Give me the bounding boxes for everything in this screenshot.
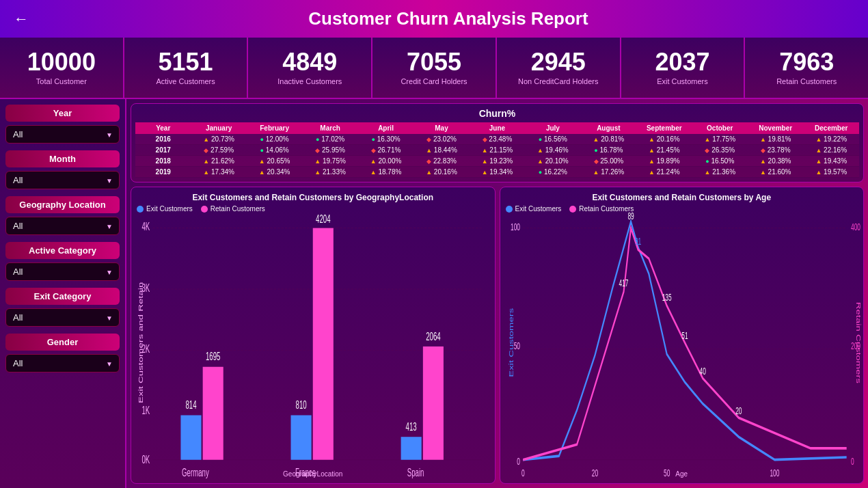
churn-cell-2019-3: ▲ 18.78%	[358, 167, 413, 178]
filter-label-active-category: Active Category	[5, 242, 120, 259]
churn-header-june: June	[470, 122, 525, 134]
filter-select-wrapper-year: All	[5, 125, 120, 144]
kpi-label-5: Exit Customers	[657, 77, 708, 85]
churn-cell-2017-8: ▲ 21.45%	[636, 145, 692, 156]
kpi-row: 10000 Total Customer5151 Active Customer…	[0, 38, 868, 99]
filter-group-gender: Gender All	[5, 334, 120, 372]
kpi-number-1: 5151	[159, 50, 213, 74]
back-button[interactable]: ←	[14, 10, 29, 28]
age-chart-title: Exit Customers and Retain Customers by A…	[506, 193, 858, 202]
churn-cell-2016-11: ▲ 19.22%	[803, 134, 859, 145]
churn-cell-2016-6: ● 16.56%	[525, 134, 580, 145]
geo-chart-box: Exit Customers and Retain Customers by G…	[131, 187, 496, 484]
svg-text:40: 40	[699, 366, 706, 377]
churn-row-2017: 2017◆ 27.59%● 14.06%◆ 25.95%◆ 26.71%▲ 18…	[135, 145, 859, 156]
svg-text:50: 50	[513, 340, 520, 351]
churn-header-year: Year	[135, 122, 191, 134]
churn-cell-2018-7: ◆ 25.00%	[581, 156, 636, 167]
churn-header-april: April	[358, 122, 413, 134]
geo-chart-legend: Exit Customers Retain Customers	[137, 205, 489, 213]
kpi-card-3: 7055 Credit Card Holders	[372, 38, 497, 98]
svg-text:0K: 0K	[142, 454, 150, 466]
kpi-card-4: 2945 Non CreditCard Holders	[497, 38, 621, 98]
filter-select-gender[interactable]: All	[5, 354, 120, 372]
kpi-number-2: 4849	[282, 50, 337, 74]
churn-cell-2019-5: ▲ 19.34%	[470, 167, 525, 178]
filter-select-wrapper-gender: All	[5, 354, 120, 372]
age-exit-legend: Exit Customers	[506, 205, 562, 213]
churn-header-march: March	[302, 122, 357, 134]
churn-table-scroll[interactable]: YearJanuaryFebruaryMarchAprilMayJuneJuly…	[135, 122, 859, 178]
svg-rect-14	[291, 416, 312, 460]
churn-cell-2017-9: ◆ 26.35%	[692, 145, 748, 156]
filter-label-gender: Gender	[5, 334, 120, 351]
filter-group-month: Month All	[5, 150, 120, 189]
churn-cell-2017-7: ● 16.78%	[581, 145, 636, 156]
churn-cell-2019-6: ● 16.22%	[525, 167, 580, 178]
churn-title: Churn%	[135, 108, 859, 119]
churn-cell-2017-11: ▲ 22.16%	[803, 145, 859, 156]
churn-header-october: October	[692, 122, 748, 134]
svg-text:Exit Customers and Retain: Exit Customers and Retain	[137, 282, 144, 403]
churn-cell-2018-3: ▲ 20.00%	[358, 156, 413, 167]
churn-cell-2019-0: ▲ 17.34%	[191, 167, 246, 178]
svg-text:20: 20	[735, 405, 742, 416]
churn-cell-2016-3: ● 16.30%	[358, 134, 413, 145]
svg-text:100: 100	[770, 467, 779, 479]
filter-select-exit-category[interactable]: All	[5, 308, 120, 327]
geo-retain-legend: Retain Customers	[201, 205, 265, 213]
header: ← Customer Churn Analysis Report	[0, 0, 868, 38]
churn-year-2017: 2017	[135, 145, 191, 156]
churn-cell-2018-1: ▲ 20.65%	[247, 156, 302, 167]
churn-header-august: August	[581, 122, 636, 134]
svg-text:413: 413	[406, 421, 417, 433]
filter-select-month[interactable]: All	[5, 171, 120, 189]
kpi-label-4: Non CreditCard Holders	[518, 77, 598, 85]
churn-header-november: November	[748, 122, 803, 134]
kpi-label-6: Retain Customers	[776, 77, 837, 85]
svg-rect-11	[203, 367, 223, 460]
churn-cell-2019-8: ▲ 21.24%	[636, 167, 692, 178]
filter-select-wrapper-exit-category: All	[5, 308, 120, 327]
churn-row-2019: 2019▲ 17.34%▲ 20.34%▲ 21.33%▲ 18.78%▲ 20…	[135, 167, 859, 178]
churn-row-2016: 2016▲ 20.73%● 12.00%● 17.02%● 16.30%◆ 23…	[135, 134, 859, 145]
churn-header-july: July	[525, 122, 580, 134]
churn-cell-2017-4: ▲ 18.44%	[413, 145, 469, 156]
kpi-label-3: Credit Card Holders	[401, 77, 467, 85]
svg-text:Exit Customers: Exit Customers	[507, 308, 514, 377]
churn-cell-2019-10: ▲ 21.60%	[748, 167, 803, 178]
churn-cell-2016-10: ▲ 19.81%	[748, 134, 803, 145]
churn-cell-2016-9: ▲ 17.75%	[692, 134, 748, 145]
churn-year-2018: 2018	[135, 156, 191, 167]
geo-chart-title: Exit Customers and Retain Customers by G…	[137, 193, 489, 202]
kpi-label-1: Active Customers	[156, 77, 215, 85]
kpi-card-6: 7963 Retain Customers	[745, 38, 868, 98]
churn-cell-2019-7: ▲ 17.26%	[581, 167, 636, 178]
svg-text:417: 417	[619, 277, 628, 289]
filter-select-geography[interactable]: All	[5, 217, 120, 235]
churn-header-january: January	[191, 122, 246, 134]
filter-select-year[interactable]: All	[5, 125, 120, 144]
svg-text:20: 20	[591, 467, 598, 479]
svg-text:100: 100	[511, 221, 520, 233]
filter-select-active-category[interactable]: All	[5, 262, 120, 281]
filter-select-wrapper-active-category: All	[5, 262, 120, 281]
churn-year-2016: 2016	[135, 134, 191, 145]
age-chart-area: 100 50 0 400 200 0	[506, 215, 858, 470]
filter-group-exit-category: Exit Category All	[5, 288, 120, 327]
churn-cell-2016-8: ▲ 20.16%	[636, 134, 692, 145]
churn-cell-2017-1: ● 14.06%	[247, 145, 302, 156]
churn-cell-2016-5: ◆ 23.48%	[470, 134, 525, 145]
age-chart-legend: Exit Customers Retain Customers	[506, 205, 858, 213]
churn-header-september: September	[636, 122, 692, 134]
svg-text:400: 400	[850, 221, 860, 233]
kpi-label-2: Inactive Customers	[277, 77, 342, 85]
kpi-card-1: 5151 Active Customers	[124, 38, 249, 98]
svg-text:51: 51	[681, 330, 688, 342]
kpi-card-0: 10000 Total Customer	[0, 38, 124, 98]
churn-cell-2018-8: ▲ 19.89%	[636, 156, 692, 167]
main-content: Year All Month All Geography Location Al…	[0, 99, 868, 488]
kpi-label-0: Total Customer	[36, 77, 87, 85]
svg-text:Retain Customers: Retain Customers	[855, 302, 862, 383]
svg-text:89: 89	[627, 210, 634, 221]
